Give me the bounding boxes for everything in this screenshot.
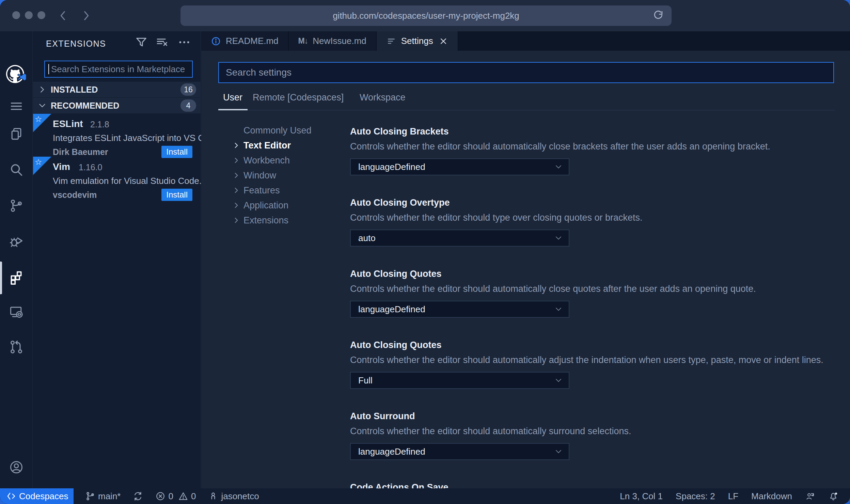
active-scope-underline <box>218 109 248 110</box>
setting-title: Auto Closing Brackets <box>350 126 850 137</box>
install-button[interactable]: Install <box>161 146 192 158</box>
filter-icon[interactable] <box>135 35 148 49</box>
indentation[interactable]: Spaces: 2 <box>676 491 715 502</box>
remote-icon <box>6 491 16 501</box>
section-recommended[interactable]: RECOMMENDED 4 <box>33 98 201 113</box>
install-button[interactable]: Install <box>161 189 192 201</box>
github-codespaces-logo-icon <box>5 64 27 85</box>
browser-chrome: github.com/codespaces/user-my-project-mg… <box>0 0 850 31</box>
extension-item-eslint[interactable]: ☆ ESLint 2.1.8 Integrates ESLint JavaScr… <box>33 114 201 157</box>
tab-label: Settings <box>401 36 433 46</box>
run-debug-icon[interactable] <box>9 234 24 249</box>
forward-icon[interactable] <box>79 9 93 22</box>
installed-count-badge: 16 <box>180 83 196 96</box>
notifications-bell-icon[interactable] <box>828 491 838 501</box>
eol-sequence[interactable]: LF <box>728 491 738 502</box>
scope-tab-workspace[interactable]: Workspace <box>360 92 406 103</box>
sync-indicator[interactable] <box>133 491 143 501</box>
setting-auto-indent: Auto Closing Quotes Controls whether the… <box>350 340 850 350</box>
section-installed[interactable]: INSTALLED 16 <box>33 82 201 97</box>
tree-item-commonly-used[interactable]: Commonly Used <box>232 124 312 137</box>
codespaces-remote-indicator[interactable]: Codespaces <box>0 488 74 504</box>
setting-dropdown[interactable]: auto <box>350 230 569 247</box>
text-cursor <box>48 64 49 74</box>
tree-item-text-editor[interactable]: Text Editor <box>232 139 291 152</box>
settings-editor-icon <box>386 36 396 46</box>
problems-indicator[interactable]: 0 0 <box>155 491 196 502</box>
section-label: INSTALLED <box>51 85 180 95</box>
dropdown-value: languageDefined <box>358 162 554 172</box>
chevron-right-icon <box>232 141 241 150</box>
window-minimize-button[interactable] <box>25 11 33 19</box>
remote-explorer-icon[interactable] <box>9 304 24 319</box>
reload-icon[interactable] <box>652 10 664 21</box>
explorer-icon[interactable] <box>9 127 24 142</box>
source-control-icon[interactable] <box>9 198 24 213</box>
tab-label: README.md <box>226 36 279 46</box>
user-name: jasonetco <box>221 491 259 502</box>
settings-search-box[interactable] <box>218 62 834 83</box>
setting-description: Controls whether the editor should autom… <box>350 284 756 294</box>
back-icon[interactable] <box>57 9 70 22</box>
language-mode[interactable]: Markdown <box>751 491 792 502</box>
branch-indicator[interactable]: main* <box>85 491 121 502</box>
chevron-down-icon <box>554 304 563 314</box>
extensions-search-box[interactable] <box>44 61 193 78</box>
window-close-button[interactable] <box>12 11 20 19</box>
activity-bar <box>0 31 33 488</box>
tree-item-window[interactable]: Window <box>232 169 276 182</box>
tree-item-application[interactable]: Application <box>232 199 288 212</box>
extensions-search-input[interactable] <box>45 61 192 77</box>
clear-extension-search-icon[interactable] <box>156 35 169 49</box>
branch-name: main* <box>98 491 121 502</box>
extensions-icon[interactable] <box>9 270 24 285</box>
setting-dropdown[interactable]: languageDefined <box>350 443 569 460</box>
window-zoom-button[interactable] <box>37 11 45 19</box>
setting-auto-closing-quotes: Auto Closing Quotes Controls whether the… <box>350 269 850 279</box>
chevron-right-icon <box>232 186 241 195</box>
extension-item-vim[interactable]: ☆ Vim 1.16.0 Vim emulation for Visual St… <box>33 157 201 200</box>
extension-version: 2.1.8 <box>90 120 109 129</box>
info-icon <box>211 36 221 46</box>
tab-readme[interactable]: README.md <box>201 31 289 51</box>
chevron-right-icon <box>232 156 241 165</box>
tab-settings[interactable]: Settings <box>377 31 458 51</box>
setting-dropdown[interactable]: languageDefined <box>350 158 569 175</box>
address-bar[interactable]: github.com/codespaces/user-my-project-mg… <box>180 5 672 26</box>
setting-dropdown[interactable]: languageDefined <box>350 301 569 318</box>
dropdown-value: Full <box>358 375 554 386</box>
recommended-count-badge: 4 <box>180 99 196 112</box>
more-actions-icon[interactable] <box>177 35 191 49</box>
account-icon[interactable] <box>9 460 24 475</box>
setting-description: Controls whether the editor should type … <box>350 212 642 223</box>
tab-strip: README.md M↓ NewIssue.md Settings <box>201 31 850 51</box>
setting-dropdown[interactable]: Full <box>350 372 569 389</box>
markdown-icon: M↓ <box>298 36 308 46</box>
error-count: 0 <box>168 491 173 502</box>
tab-newissue[interactable]: M↓ NewIssue.md <box>289 31 377 51</box>
extension-description: Vim emulation for Visual Studio Code... <box>53 176 206 186</box>
active-view-indicator <box>0 262 2 294</box>
recommended-ribbon: ☆ <box>33 114 51 132</box>
chevron-down-icon <box>37 100 47 111</box>
cursor-position[interactable]: Ln 3, Col 1 <box>620 491 663 502</box>
scope-tab-remote[interactable]: Remote [Codespaces] <box>253 92 344 103</box>
setting-title: Auto Closing Overtype <box>350 198 850 208</box>
menu-icon[interactable] <box>9 99 24 114</box>
close-tab-icon[interactable] <box>439 36 448 46</box>
settings-search-input[interactable] <box>219 63 833 82</box>
dropdown-value: auto <box>358 233 554 243</box>
setting-title: Auto Closing Quotes <box>350 269 850 279</box>
chevron-right-icon <box>232 216 241 225</box>
setting-description: Controls whether the editor should autom… <box>350 426 631 437</box>
chevron-down-icon <box>554 376 563 385</box>
tree-item-workbench[interactable]: Workbench <box>232 154 290 167</box>
pull-requests-icon[interactable] <box>9 340 24 355</box>
search-icon[interactable] <box>9 162 24 177</box>
tree-item-extensions[interactable]: Extensions <box>232 214 288 227</box>
feedback-icon[interactable] <box>805 491 815 501</box>
tree-item-features[interactable]: Features <box>232 184 280 197</box>
extension-version: 1.16.0 <box>79 162 103 172</box>
scope-tab-user[interactable]: User <box>223 92 242 103</box>
user-indicator[interactable]: jasonetco <box>208 491 259 502</box>
